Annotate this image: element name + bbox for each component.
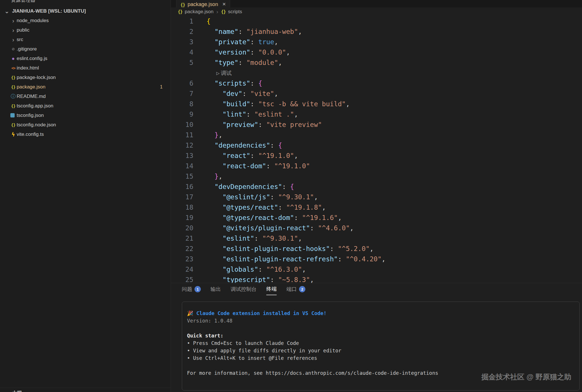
folder-item[interactable]: ›src [0,35,171,44]
file-item[interactable]: ϟvite.config.ts [0,130,171,139]
line-number: 19 [171,213,193,223]
code-line: 4 "version": "0.0.0", [171,47,582,57]
terminal-line: • Use Ctrl+Alt+K to insert @File referen… [187,354,579,362]
chevron-right-icon: › [10,18,17,24]
code-line: 13 "react": "^19.1.0", [171,150,582,161]
file-label: package-lock.json [17,75,56,80]
breadcrumb-separator-icon: › [216,9,218,15]
file-label: package.json [17,84,45,90]
code-text: "private": true, [193,37,278,47]
terminal-line: Version: 1.0.48 [187,317,579,325]
code-line: 8 "build": "tsc -b && vite build", [171,99,582,109]
gitignore-file-icon: ⊘ [10,46,17,52]
code-text: "react-dom": "^19.1.0" [193,161,310,171]
code-text: "preview": "vite preview" [193,119,322,130]
terminal-container[interactable]: 🎉 Claude Code extension installed in VS … [182,302,580,391]
folder-item[interactable]: ›public [0,25,171,35]
code-text: "type": "module", [193,57,282,68]
code-line: 19 "@types/react-dom": "^19.1.6", [171,213,582,223]
line-number: 10 [171,119,193,130]
code-text: "react": "^19.1.0", [193,150,298,161]
code-line: 11 }, [171,130,582,140]
chevron-right-icon: › [10,37,17,43]
file-label: .gitignore [17,46,37,52]
panel-tab-terminal[interactable]: 终端 [266,283,277,295]
code-text: "@eslint/js": "^9.30.1", [193,192,318,202]
code-line: 5 "type": "module", [171,57,582,68]
chevron-down-icon: ⌄ [3,8,10,14]
panel-tab-label: 调试控制台 [231,286,257,293]
panel-tab-label: 终端 [266,285,277,292]
line-number: 25 [171,275,193,283]
file-item[interactable]: {}package-lock.json [0,73,171,82]
close-icon[interactable]: × [222,1,226,7]
panel-tab-ports[interactable]: 端口2 [286,283,305,295]
panel-tab-debug-console[interactable]: 调试控制台 [231,283,257,295]
file-item[interactable]: {}package.json1 [0,82,171,92]
line-number: 20 [171,223,193,233]
code-text: "name": "jianhua-web", [193,26,302,37]
outline-section[interactable]: › 大纲 [0,388,171,392]
line-number: 14 [171,161,193,171]
code-line: 21 "eslint": "^9.30.1", [171,233,582,244]
outline-label: 大纲 [12,390,22,392]
tab-package-json[interactable]: {} package.json × [176,0,230,7]
json-file-icon: {} [10,123,17,127]
line-number: 13 [171,150,193,161]
line-number: 11 [171,130,193,140]
file-item[interactable]: {}tsconfig.app.json [0,101,171,111]
line-number [171,68,193,78]
terminal-line [187,362,579,369]
panel-tab-problems[interactable]: 问题1 [182,283,201,295]
file-item[interactable]: {}tsconfig.node.json [0,120,171,130]
line-number: 21 [171,233,193,244]
code-line: 10 "preview": "vite preview" [171,119,582,130]
json-file-icon: {} [10,75,17,80]
json-icon: {} [221,9,226,14]
code-text: "dev": "vite", [193,88,278,99]
line-number: 3 [171,37,193,47]
breadcrumb-item-file[interactable]: package.json [185,9,213,15]
json-icon: {} [180,2,185,7]
line-number: 22 [171,244,193,254]
code-text: }, [193,130,222,140]
code-line: 14 "react-dom": "^19.1.0" [171,161,582,171]
line-number: 8 [171,99,193,109]
html-file-icon: <> [10,66,17,70]
file-label: tsconfig.node.json [17,122,56,128]
file-label: tsconfig.json [17,113,44,118]
file-item[interactable]: ⓘREADME.md [0,92,171,101]
tab-label: package.json [188,1,218,7]
terminal-output: 🎉 Claude Code extension installed in VS … [182,302,579,377]
file-label: eslint.config.js [17,56,47,61]
file-label: vite.config.ts [17,132,44,137]
codelens-row: ▷调试 [171,68,582,78]
code-text: "@types/react": "^19.1.8", [193,202,326,213]
breadcrumb: {} package.json › {} scripts [171,7,582,16]
panel-tab-bar: 问题1输出调试控制台终端端口2 [171,283,582,295]
code-line: 22 "eslint-plugin-react-hooks": "^5.2.0"… [171,244,582,254]
file-item[interactable]: ⊘.gitignore [0,44,171,54]
line-number: 18 [171,202,193,213]
folder-item[interactable]: ›node_modules [0,16,171,25]
explorer-root-folder[interactable]: ⌄ JIANHUA-WEB [WSL: UBUNTU] [0,6,171,16]
terminal-line: 🎉 Claude Code extension installed in VS … [187,310,579,317]
code-line: 12 "dependencies": { [171,140,582,150]
file-item[interactable]: tsconfig.json [0,111,171,120]
code-line: 9 "lint": "eslint .", [171,109,582,119]
vscode-window: 资源管理器 ⌄ JIANHUA-WEB [WSL: UBUNTU] ›node_… [0,0,582,392]
watermark-text: 掘金技术社区 @ 野原猫之助 [481,372,571,382]
vite-file-icon: ϟ [10,131,17,138]
file-item[interactable]: <>index.html [0,63,171,73]
breadcrumb-item-symbol[interactable]: scripts [228,9,242,15]
debug-codelens[interactable]: ▷调试 [203,68,232,78]
code-line: 18 "@types/react": "^19.1.8", [171,202,582,213]
file-label: node_modules [17,18,49,24]
line-number: 6 [171,78,193,88]
code-editor[interactable]: 1{2 "name": "jianhua-web",3 "private": t… [171,16,582,283]
line-number: 12 [171,140,193,150]
panel-tab-output[interactable]: 输出 [211,283,221,295]
file-label: tsconfig.app.json [17,103,53,109]
code-text: "eslint-plugin-react-hooks": "^5.2.0", [193,244,374,254]
file-item[interactable]: ●eslint.config.js [0,54,171,63]
